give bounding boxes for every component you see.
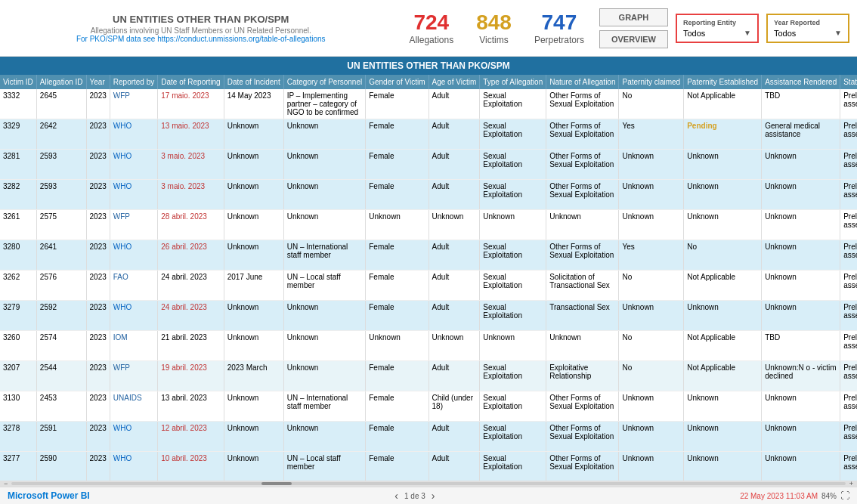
- table-wrapper: Victim IDAllegation IDYearReported byDat…: [0, 75, 857, 481]
- table-cell: Sexual Exploitation: [480, 422, 546, 452]
- page-prev-btn[interactable]: ‹: [394, 490, 398, 502]
- table-cell: Female: [366, 422, 428, 452]
- table-cell: Unknown: [224, 240, 283, 271]
- scrollbar-thumb[interactable]: [261, 482, 292, 485]
- table-cell: Solicitation of Transactional Sex: [546, 271, 619, 301]
- table-cell: Female: [366, 391, 428, 422]
- col-header-0[interactable]: Victim ID: [0, 75, 36, 89]
- table-cell: Unknown: [762, 150, 840, 180]
- col-header-2[interactable]: Year: [86, 75, 110, 89]
- scroll-minus[interactable]: −: [4, 480, 8, 487]
- table-cell: 12 abril. 2023: [158, 422, 224, 452]
- expand-icon[interactable]: ⛶: [840, 490, 849, 501]
- table-cell: Unknown: [428, 210, 480, 240]
- scrollbar-track[interactable]: [11, 482, 845, 485]
- table-cell: Unknown: [619, 210, 684, 240]
- table-cell: UN – International staff member: [283, 391, 366, 422]
- year-reported-filter[interactable]: Year Reported Todos ▼: [766, 14, 849, 43]
- table-row[interactable]: 328026412023WHO26 abril. 2023UnknownUN –…: [0, 240, 857, 271]
- table-row[interactable]: 326225762023FAO24 abril. 20232017 JuneUN…: [0, 271, 857, 301]
- reporting-entity-arrow: ▼: [744, 29, 751, 37]
- scrollbar-row[interactable]: − +: [0, 481, 857, 487]
- table-cell: 14 May 2023: [224, 89, 283, 119]
- table-row[interactable]: 332926422023WHO13 maio. 2023UnknownUnkno…: [0, 119, 857, 150]
- col-header-3[interactable]: Reported by: [110, 75, 157, 89]
- table-row[interactable]: 320725442023WFP19 abril. 20232023 MarchU…: [0, 361, 857, 391]
- table-cell: 3130: [0, 391, 36, 422]
- table-cell: Unknown: [224, 452, 283, 481]
- scroll-plus[interactable]: +: [849, 480, 853, 487]
- table-row[interactable]: 313024532023UNAIDS13 abril. 2023UnknownU…: [0, 391, 857, 422]
- table-cell: Preliminary assessment: [840, 391, 857, 422]
- table-cell: Female: [366, 361, 428, 391]
- table-cell: WHO: [110, 452, 157, 481]
- table-cell: Sexual Exploitation: [480, 150, 546, 180]
- table-cell: 3281: [0, 150, 36, 180]
- table-cell: Unknown: [224, 391, 283, 422]
- table-cell: Preliminary assessment: [840, 422, 857, 452]
- table-cell: Female: [366, 180, 428, 210]
- table-row[interactable]: 328225932023WHO3 maio. 2023UnknownUnknow…: [0, 180, 857, 210]
- col-header-10[interactable]: Nature of Allegation: [546, 75, 619, 89]
- graph-button[interactable]: GRAPH: [599, 8, 668, 26]
- table-cell: No: [619, 271, 684, 301]
- table-cell: 3329: [0, 119, 36, 150]
- table-cell: Adult: [428, 452, 480, 481]
- table-cell: 2591: [36, 422, 86, 452]
- table-cell: Unknown: [684, 391, 762, 422]
- col-header-14[interactable]: Status of Investigation: [840, 75, 857, 89]
- table-cell: WHO: [110, 240, 157, 271]
- reporting-entity-filter[interactable]: Reporting Entity Todos ▼: [676, 14, 759, 43]
- col-header-5[interactable]: Date of Incident: [224, 75, 283, 89]
- reporting-entity-value: Todos: [683, 29, 705, 38]
- col-header-7[interactable]: Gender of Victim: [366, 75, 428, 89]
- table-row[interactable]: 327725902023WHO10 abril. 2023UnknownUN –…: [0, 452, 857, 481]
- table-body: 333226452023WFP17 maio. 202314 May 2023I…: [0, 89, 857, 481]
- table-row[interactable]: 326125752023WFP28 abril. 2023UnknownUnkn…: [0, 210, 857, 240]
- table-cell: Adult: [428, 361, 480, 391]
- table-cell: Adult: [428, 119, 480, 150]
- table-cell: Unknown: [546, 210, 619, 240]
- table-cell: 3332: [0, 89, 36, 119]
- table-cell: 2544: [36, 361, 86, 391]
- table-cell: Preliminary assessment: [840, 210, 857, 240]
- table-cell: Transactional Sex: [546, 301, 619, 331]
- table-row[interactable]: 327925922023WHO24 abril. 2023UnknownUnkn…: [0, 301, 857, 331]
- table-row[interactable]: 328125932023WHO3 maio. 2023UnknownUnknow…: [0, 150, 857, 180]
- table-cell: Adult: [428, 301, 480, 331]
- col-header-12[interactable]: Paternity Established: [684, 75, 762, 89]
- table-row[interactable]: 333226452023WFP17 maio. 202314 May 2023I…: [0, 89, 857, 119]
- table-cell: Child (under 18): [428, 391, 480, 422]
- col-header-4[interactable]: Date of Reporting: [158, 75, 224, 89]
- col-header-13[interactable]: Assistance Rendered: [762, 75, 840, 89]
- overview-button[interactable]: OVERVIEW: [599, 30, 668, 48]
- table-row[interactable]: 327825912023WHO12 abril. 2023UnknownUnkn…: [0, 422, 857, 452]
- table-cell: TBD: [762, 89, 840, 119]
- table-cell: 2023: [86, 210, 110, 240]
- table-cell: Adult: [428, 422, 480, 452]
- table-cell: 2023: [86, 301, 110, 331]
- table-cell: Sexual Exploitation: [480, 240, 546, 271]
- table-header: Victim IDAllegation IDYearReported byDat…: [0, 75, 857, 89]
- table-cell: UN – International staff member: [283, 240, 366, 271]
- table-cell: 3262: [0, 271, 36, 301]
- table-cell: 2575: [36, 210, 86, 240]
- table-cell: Preliminary assessment: [840, 89, 857, 119]
- table-cell: Not Applicable: [684, 331, 762, 361]
- col-header-9[interactable]: Type of Allegation: [480, 75, 546, 89]
- col-header-6[interactable]: Category of Personnel: [283, 75, 366, 89]
- table-row[interactable]: 326025742023IOM21 abril. 2023UnknownUnkn…: [0, 331, 857, 361]
- table-cell: 3261: [0, 210, 36, 240]
- table-cell: Unknown: [224, 331, 283, 361]
- table-cell: 17 maio. 2023: [158, 89, 224, 119]
- page-next-btn[interactable]: ›: [432, 490, 435, 502]
- powerbi-label[interactable]: Microsoft Power BI: [8, 490, 90, 501]
- col-header-8[interactable]: Age of Victim: [428, 75, 480, 89]
- table-cell: Female: [366, 240, 428, 271]
- col-header-1[interactable]: Allegation ID: [36, 75, 86, 89]
- table-cell: Preliminary assessment: [840, 150, 857, 180]
- victims-count: 848: [476, 11, 512, 35]
- table-cell: Unknown: [684, 180, 762, 210]
- table-cell: Adult: [428, 240, 480, 271]
- col-header-11[interactable]: Paternity claimed: [619, 75, 684, 89]
